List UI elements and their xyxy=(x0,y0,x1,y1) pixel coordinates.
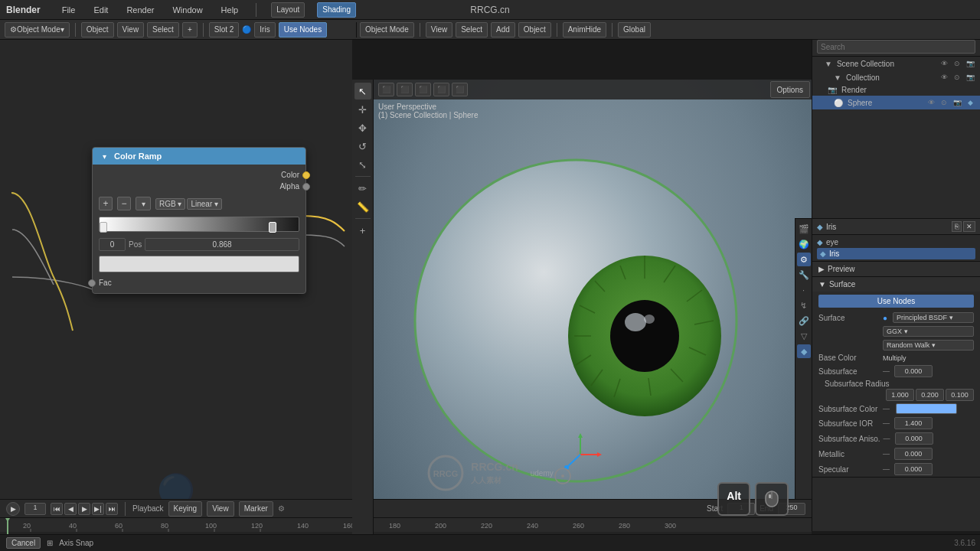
use-nodes-button[interactable]: Use Nodes xyxy=(818,295,974,308)
sphere-render-btn[interactable]: 📷 xyxy=(952,97,962,108)
menu-help[interactable]: Help xyxy=(218,4,242,16)
preview-header[interactable]: ▶ Preview xyxy=(812,262,980,276)
menu-edit[interactable]: Edit xyxy=(90,4,111,16)
vp-anim-btn[interactable]: AnimHide xyxy=(563,22,606,37)
prop-particles-icon[interactable]: · xyxy=(797,283,811,297)
outliner-search-input[interactable] xyxy=(817,40,975,54)
ramp-pos-value[interactable]: 0.868 xyxy=(145,238,299,251)
node-collapse-btn[interactable]: ▾ xyxy=(99,151,109,161)
iris-material-item[interactable]: ◆ Iris xyxy=(817,248,975,259)
coll-cursor-btn[interactable]: ⊙ xyxy=(952,72,962,83)
tool-measure[interactable]: 📏 xyxy=(354,198,371,215)
layout-btn[interactable]: Layout xyxy=(271,2,305,18)
vp-icon-5[interactable]: ⬛ xyxy=(452,83,468,96)
vp-icon-3[interactable]: ⬛ xyxy=(415,83,431,96)
prop-modifier-icon[interactable]: 🔧 xyxy=(797,268,811,282)
outliner-render[interactable]: 📷 Render xyxy=(812,84,980,96)
prop-physics-icon[interactable]: ↯ xyxy=(797,298,811,312)
prop-constraints-icon[interactable]: 🔗 xyxy=(797,314,811,328)
jump-start-btn[interactable]: ⏮ xyxy=(51,503,63,515)
prop-object-icon[interactable]: ⚙ xyxy=(797,253,811,266)
metallic-input[interactable]: 0.000 xyxy=(894,448,933,460)
sphere-eye-btn[interactable]: 👁 xyxy=(926,97,936,108)
marker-btn[interactable]: Marker xyxy=(239,501,273,517)
outliner-collection[interactable]: ▼ Collection 👁 ⊙ 📷 xyxy=(812,70,980,84)
shading-btn[interactable]: Shading xyxy=(317,2,356,18)
alpha-socket[interactable] xyxy=(302,183,310,191)
slot-btn[interactable]: Slot 2 xyxy=(209,22,240,37)
view-btn[interactable]: View xyxy=(117,22,145,37)
use-nodes-btn-header[interactable]: Use Nodes xyxy=(279,22,327,37)
select-btn[interactable]: Select xyxy=(147,22,179,37)
outliner-sphere[interactable]: ⚪ Sphere 👁 ⊙ 📷 ◆ xyxy=(812,96,980,109)
ramp-rgb-dropdown[interactable]: RGB ▾ xyxy=(155,198,185,210)
mat-close-btn[interactable]: ✕ xyxy=(963,221,975,232)
vp-view-btn[interactable]: View xyxy=(426,22,453,37)
tool-add[interactable]: + xyxy=(354,222,371,239)
object-dropdown[interactable]: ⚙ Object Mode ▾ xyxy=(5,22,70,37)
vp-icon-1[interactable]: ⬛ xyxy=(378,83,394,96)
vp-object-btn[interactable]: Object xyxy=(518,22,551,37)
ramp-color-preview[interactable] xyxy=(99,256,299,272)
menu-window[interactable]: Window xyxy=(169,4,205,16)
add-btn[interactable]: + xyxy=(182,22,198,37)
next-frame-btn[interactable]: ▶| xyxy=(92,503,104,515)
ramp-add-stop[interactable]: + xyxy=(99,197,113,210)
scene-render-btn[interactable]: 📷 xyxy=(965,58,975,69)
menu-file[interactable]: File xyxy=(59,4,79,16)
tool-rotate[interactable]: ↺ xyxy=(354,138,371,155)
vp-select-btn[interactable]: Select xyxy=(456,22,488,37)
sub-rad-y[interactable]: 0.200 xyxy=(916,389,944,401)
eye-material-item[interactable]: ◆ eye xyxy=(817,236,975,248)
ramp-index[interactable]: 0 xyxy=(99,238,126,251)
vp-mode-btn[interactable]: Object Mode xyxy=(360,22,414,37)
menu-render[interactable]: Render xyxy=(123,4,157,16)
jump-end-btn[interactable]: ⏭ xyxy=(106,503,118,515)
play-btn[interactable]: ▶ xyxy=(78,503,90,515)
vp-add-btn[interactable]: Add xyxy=(491,22,515,37)
tool-cursor[interactable]: ✛ xyxy=(354,101,371,118)
prop-world-icon[interactable]: 🌍 xyxy=(797,237,811,251)
prev-frame-btn[interactable]: ◀ xyxy=(64,503,77,515)
ramp-extra-dropdown[interactable]: ▾ xyxy=(136,197,151,210)
tool-scale[interactable]: ⤡ xyxy=(354,156,371,173)
tool-select[interactable]: ↖ xyxy=(354,83,371,99)
ramp-remove-stop[interactable]: − xyxy=(117,197,131,210)
tl-settings-btn[interactable]: ⚙ xyxy=(278,504,285,513)
prop-scene-icon[interactable]: 🎬 xyxy=(797,222,811,236)
color-socket[interactable] xyxy=(302,171,310,179)
object-btn[interactable]: Object xyxy=(81,22,114,37)
surface-type-dropdown[interactable]: Principled BSDF ▾ xyxy=(893,312,974,323)
node-canvas[interactable]: ▾ Color Ramp Color Alpha xyxy=(0,40,352,531)
mat-copy-btn[interactable]: ⎘ xyxy=(952,221,962,232)
ramp-gradient-bar[interactable] xyxy=(99,217,299,232)
sphere-material-btn[interactable]: ◆ xyxy=(965,97,975,108)
sub-aniso-input[interactable]: 0.000 xyxy=(895,432,933,445)
sub-rad-z[interactable]: 0.100 xyxy=(946,389,974,401)
subsurface-input[interactable]: 0.000 xyxy=(894,365,933,377)
playback-icon[interactable]: ▶ xyxy=(6,502,20,516)
vp-icon-4[interactable]: ⬛ xyxy=(433,83,449,96)
sub-rad-x[interactable]: 1.000 xyxy=(886,389,914,401)
material-name-btn[interactable]: Iris xyxy=(254,22,275,37)
ramp-stop-dark[interactable] xyxy=(269,222,276,233)
node-header[interactable]: ▾ Color Ramp xyxy=(93,148,305,165)
vp-global-btn[interactable]: Global xyxy=(618,22,651,37)
tl-view-btn[interactable]: View xyxy=(207,501,234,517)
random-walk-dropdown[interactable]: Random Walk ▾ xyxy=(883,340,974,350)
options-button[interactable]: Options xyxy=(770,81,810,98)
frame-current-input[interactable]: 1 xyxy=(24,503,46,515)
prop-data-icon[interactable]: ▽ xyxy=(797,329,811,343)
ramp-stop-white[interactable] xyxy=(100,222,107,233)
sphere-cursor-btn[interactable]: ⊙ xyxy=(939,97,949,108)
scene-cursor-btn[interactable]: ⊙ xyxy=(952,58,962,69)
subsurface-color-swatch[interactable] xyxy=(896,403,957,414)
coll-render-btn[interactable]: 📷 xyxy=(965,72,975,83)
cancel-button[interactable]: Cancel xyxy=(6,537,41,549)
fac-socket[interactable] xyxy=(88,279,96,287)
keying-btn[interactable]: Keying xyxy=(168,501,203,517)
tool-annotate[interactable]: ✏ xyxy=(354,180,371,197)
ggx-dropdown[interactable]: GGX ▾ xyxy=(883,326,974,337)
surface-header[interactable]: ▼ Surface xyxy=(812,277,980,292)
tool-move[interactable]: ✥ xyxy=(354,119,371,136)
